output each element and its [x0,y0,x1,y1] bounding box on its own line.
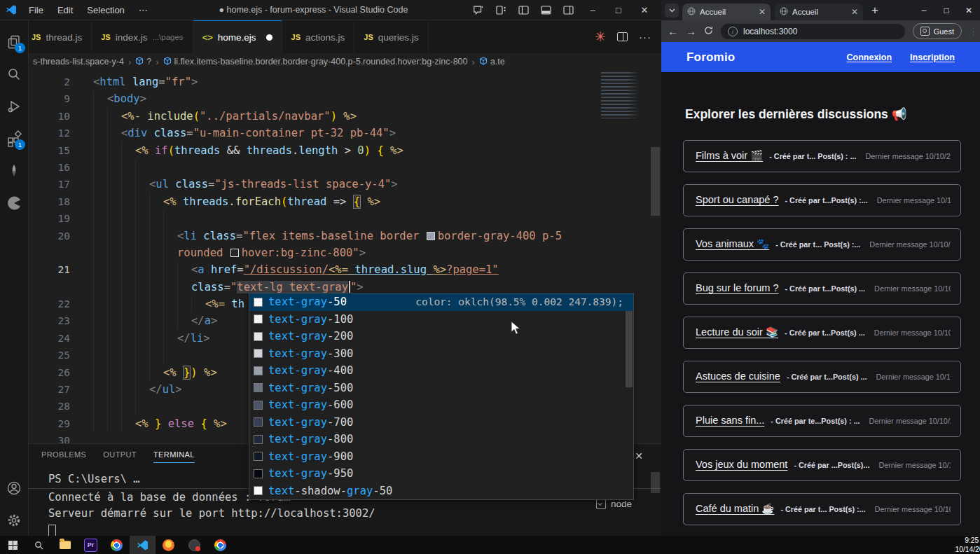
panel-close-icon[interactable]: ✕ [635,450,643,462]
terminal-scrollbar[interactable] [651,472,660,493]
file-explorer-icon[interactable] [52,536,78,554]
mongodb-icon[interactable] [0,155,28,187]
app-icon-recorder[interactable] [181,536,207,554]
format-extension-icon[interactable]: ✳ [595,30,606,43]
suggestion-item[interactable]: text-gray-200 [249,328,633,345]
code-line[interactable]: 9<body> [29,90,661,107]
code-line[interactable]: 10<%- include("../partials/navbar") %> [29,108,661,125]
address-bar[interactable]: i localhost:3000 [721,24,905,39]
split-editor-icon[interactable] [617,32,628,41]
more-actions-icon[interactable]: ··· [639,31,651,43]
menu-file[interactable]: File [22,4,50,17]
suggestion-item[interactable]: text-shadow-gray-50 [249,483,633,500]
link-connexion[interactable]: Connexion [847,53,892,62]
minimize-button[interactable]: – [586,5,600,15]
forward-icon[interactable]: → [686,26,696,36]
thread-link[interactable]: Vos jeux du moment [696,459,787,470]
browser-maximize-button[interactable]: □ [935,6,958,15]
thread-link[interactable]: Café du matin ☕ [696,503,774,515]
minimap[interactable] [601,72,639,118]
suggestion-item[interactable]: text-gray-600 [249,396,633,414]
browser-close-button[interactable]: ✕ [958,6,980,15]
run-debug-icon[interactable] [0,90,28,123]
editor-tab-home.ejs[interactable]: <>home.ejs [193,20,282,53]
thread-link[interactable]: Bug sur le forum ? [696,282,778,293]
new-tab-button[interactable]: + [871,4,878,16]
browser-menu-icon[interactable]: ⋮ [969,26,974,36]
tab-close-icon[interactable]: ✕ [759,7,766,17]
code-line[interactable]: rounded hover:bg-zinc-800"> [29,244,661,261]
extension-circle-icon[interactable] [0,187,28,219]
browser-tab[interactable]: Accueil✕ [682,4,771,20]
tab-output[interactable]: OUTPUT [103,450,137,463]
premiere-icon[interactable]: Pr [78,536,104,554]
breadcrumb-item[interactable]: li.flex.items-baseline.border.border-gra… [163,57,468,67]
suggestion-item[interactable]: text-gray-400 [249,362,633,380]
explorer-icon[interactable]: 1 [0,26,28,58]
menu-overflow[interactable]: ⋯ [132,4,154,17]
browser-tab[interactable]: Accueil✕ [775,4,863,20]
profile-button[interactable]: Guest [913,23,962,39]
toggle-secondary-sidebar-icon[interactable] [563,6,574,15]
suggestion-item[interactable]: text-gray-500 [249,380,633,397]
editor-tab-index.js[interactable]: JSindex.js...\pages [92,20,193,53]
code-line[interactable]: 12<div class="u-main-container pt-32 pb-… [29,125,661,141]
taskbar-search-icon[interactable] [26,536,52,554]
site-brand[interactable]: Foromio [686,50,735,64]
close-button[interactable]: ✕ [637,5,651,15]
code-line[interactable]: 20<li class="flex items-baseline border … [29,228,661,244]
breadcrumb-item[interactable]: ? [135,57,151,67]
thread-link[interactable]: Sport ou canapé ? [696,194,779,205]
search-icon[interactable] [0,58,28,90]
maximize-button[interactable]: □ [612,5,626,15]
link-inscription[interactable]: Inscription [910,53,955,62]
terminal-instance[interactable]: node [596,499,632,509]
thread-link[interactable]: Lecture du soir 📚 [696,326,778,338]
chrome-icon[interactable] [104,536,130,554]
thread-link[interactable]: Pluie sans fin... [696,415,764,426]
site-info-icon[interactable]: i [728,27,738,36]
tab-problems[interactable]: PROBLEMS [41,450,86,463]
editor-tab-actions.js[interactable]: JSactions.js [282,20,355,53]
code-line[interactable]: 15<% if(threads && threads.length > 0) {… [29,142,661,159]
menu-selection[interactable]: Selection [81,4,130,17]
chrome-icon-2[interactable] [207,536,233,554]
suggestion-item[interactable]: text-gray-50color: oklch(98.5% 0.002 247… [249,293,633,311]
editor-tab-thread.js[interactable]: JSthread.js [29,20,92,53]
taskbar-clock[interactable]: 9:25 AM 10/14/2025 [931,536,980,554]
suggestion-item[interactable]: text-gray-950 [249,465,633,483]
settings-gear-icon[interactable] [0,504,28,536]
accounts-icon[interactable] [0,472,28,504]
tab-close-icon[interactable]: ✕ [851,7,858,17]
tab-terminal[interactable]: TERMINAL [153,450,195,463]
suggestion-item[interactable]: text-gray-100 [249,311,633,328]
vscode-taskbar-icon[interactable] [130,536,156,554]
toggle-primary-sidebar-icon[interactable] [518,6,529,15]
thread-link[interactable]: Films à voir 🎬 [696,150,763,162]
suggestion-item[interactable]: text-gray-800 [249,431,633,448]
code-line[interactable]: 17<ul class="js-threads-list space-y-4"> [29,176,661,193]
thread-link[interactable]: Astuces de cuisine [696,371,780,382]
tab-search-chevron-icon[interactable] [665,4,679,18]
breadcrumb-item[interactable]: s-threads-list.space-y-4 [33,57,124,67]
code-line[interactable]: 21<a href="/discussion/<%= thread.slug %… [29,261,661,278]
suggestion-item[interactable]: text-gray-900 [249,448,633,466]
editor-tab-queries.js[interactable]: JSqueries.js [354,20,428,53]
start-button[interactable] [0,536,26,554]
code-line[interactable]: 2<html lang="fr"> [29,74,661,90]
thread-link[interactable]: Vos animaux 🐾 [696,238,769,250]
extensions-icon[interactable]: 1 [0,123,28,155]
menu-edit[interactable]: Edit [51,4,79,17]
copilot-chat-icon[interactable] [473,5,484,15]
code-line[interactable]: 19 [29,210,661,227]
customize-layout-icon[interactable] [496,6,506,15]
suggestion-item[interactable]: text-gray-700 [249,414,633,431]
toggle-panel-icon[interactable] [541,6,551,15]
code-line[interactable]: 16 [29,159,661,176]
app-icon-orange[interactable] [156,536,181,554]
editor-scrollbar[interactable] [651,70,660,443]
code-line[interactable]: 18<% threads.forEach(thread => { %> [29,193,661,210]
reload-icon[interactable] [704,26,713,36]
back-icon[interactable]: ← [668,26,678,36]
breadcrumb-item[interactable]: a.te [479,57,505,67]
